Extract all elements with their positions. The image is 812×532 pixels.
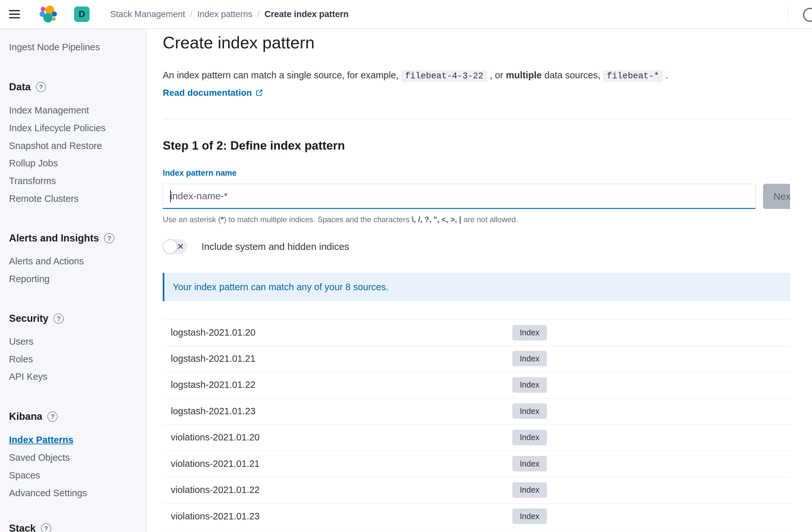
breadcrumb-separator: / [257,9,260,19]
table-row: logstash-2021.01.21 Index [163,346,790,373]
index-name: violations-2021.01.22 [171,485,260,495]
description-text: data sources, [542,70,603,80]
next-step-button[interactable]: Next [763,184,790,209]
index-pattern-name-input[interactable] [163,184,756,209]
helper-text: ) to match multiple indices. Spaces and … [223,215,411,224]
description-text: . [663,70,668,80]
sidebar-section-alerts-and-insights: Alerts and Insights ? [9,231,114,246]
include-hidden-indices-label: Include system and hidden indices [201,239,349,254]
breadcrumb-separator: / [190,9,193,19]
sidebar-item-index-patterns[interactable]: Index Patterns [9,434,73,446]
index-badge: Index [512,377,547,393]
index-name: logstash-2021.01.20 [171,327,256,338]
helper-bold: * [221,215,223,224]
description-text: , or [487,70,506,80]
index-name: logstash-2021.01.23 [171,406,256,417]
description-bold: multiple [506,70,542,80]
sources-callout-text: Your index pattern can match any of your… [173,282,389,292]
sidebar-section-kibana: Kibana ? [9,409,58,424]
table-row: violations-2021.01.22 Index [163,477,790,504]
breadcrumb: Stack Management / Index patterns / Crea… [110,0,349,28]
section-divider [163,118,790,119]
table-row: violations-2021.01.20 Index [163,424,790,451]
sidebar-section-title: Stack [9,521,36,532]
include-hidden-indices-toggle[interactable]: ✕ [163,239,187,254]
code-example-wildcard: filebeat-* [603,70,663,82]
breadcrumb-index-patterns[interactable]: Index patterns [197,9,252,19]
helper-text: Use an asterisk ( [163,215,221,224]
sidebar-section-data: Data ? [9,80,46,94]
help-icon[interactable]: ? [54,313,64,324]
sidebar-item-index-management[interactable]: Index Management [9,104,89,116]
index-badge: Index [512,325,547,340]
index-name: violations-2021.01.20 [171,432,260,443]
sidebar-item-reporting[interactable]: Reporting [9,273,49,285]
table-row: violations-2021.01.23 Index [163,503,790,530]
page-title: Create index pattern [163,32,315,53]
code-example-single: filebeat-4-3-22 [401,70,487,82]
index-badge: Index [512,482,547,498]
index-badge: Index [512,351,547,366]
help-icon[interactable]: ? [47,411,58,422]
sidebar-item-ingest-node-pipelines[interactable]: Ingest Node Pipelines [9,41,100,53]
read-documentation-label: Read documentation [163,88,252,98]
sidebar-section-security: Security ? [9,311,64,326]
description-text: An index pattern can match a single sour… [163,70,401,80]
sources-callout: Your index pattern can match any of your… [163,273,790,301]
menu-icon[interactable] [9,10,20,18]
toggle-off-icon: ✕ [177,239,184,254]
sidebar-section-title: Security [9,311,48,326]
index-badge: Index [512,430,547,445]
sidebar-item-rollup-jobs[interactable]: Rollup Jobs [9,157,58,169]
sidebar-item-advanced-settings[interactable]: Advanced Settings [9,487,87,499]
header-divider-left [66,6,66,23]
table-row: violations-2021.01.21 Index [163,451,790,477]
sidebar-item-spaces[interactable]: Spaces [9,470,40,481]
sidebar-section-title: Kibana [9,409,42,424]
sidebar-item-alerts-and-actions[interactable]: Alerts and Actions [9,255,84,267]
sidebar-section-stack: Stack ? [9,521,51,532]
breadcrumb-stack-management[interactable]: Stack Management [110,9,185,19]
sidebar-section-title: Data [9,80,31,94]
index-name: violations-2021.01.23 [171,511,260,522]
elastic-logo-icon [39,5,58,24]
index-badge: Index [512,508,547,524]
index-name: violations-2021.01.21 [171,459,260,469]
table-row: logstash-2021.01.23 Index [163,398,790,425]
header-divider-right [788,6,788,23]
toggle-thumb [163,239,177,254]
table-row: logstash-2021.01.20 Index [163,319,790,346]
sidebar-item-snapshot-and-restore[interactable]: Snapshot and Restore [9,140,102,152]
breadcrumb-create-index-pattern: Create index pattern [264,9,349,19]
space-avatar[interactable]: D [74,6,90,22]
input-helper-text: Use an asterisk (*) to match multiple in… [163,214,518,225]
sidebar-section-title: Alerts and Insights [9,231,99,246]
sidebar-item-users[interactable]: Users [9,336,33,347]
index-badge: Index [512,456,547,471]
table-row: logstash-2021.01.22 Index [163,372,790,398]
sidebar-item-index-lifecycle-policies[interactable]: Index Lifecycle Policies [9,122,106,134]
sidebar-item-remote-clusters[interactable]: Remote Clusters [9,193,78,205]
next-button-clip: Next [763,184,790,209]
text-cursor [170,190,171,202]
help-icon[interactable]: ? [104,233,114,243]
helper-bold: \, /, ?, ", <, >, | [411,215,461,224]
helper-text: are not allowed. [461,215,518,224]
sidebar-item-roles[interactable]: Roles [9,353,33,365]
help-icon[interactable]: ? [36,82,46,92]
index-name: logstash-2021.01.21 [171,353,256,364]
read-documentation-link[interactable]: Read documentation [163,88,263,98]
elastic-logo[interactable] [39,5,58,23]
index-pattern-name-label: Index pattern name [163,168,236,178]
help-icon[interactable]: ? [41,523,51,532]
sidebar-item-api-keys[interactable]: API Keys [9,371,47,382]
external-link-icon [255,89,263,97]
sidebar-item-saved-objects[interactable]: Saved Objects [9,452,70,463]
index-name: logstash-2021.01.22 [171,379,256,390]
sidebar-item-transforms[interactable]: Transforms [9,175,56,187]
index-badge: Index [512,403,547,419]
step-heading: Step 1 of 2: Define index pattern [163,138,345,153]
page-description: An index pattern can match a single sour… [163,68,668,84]
